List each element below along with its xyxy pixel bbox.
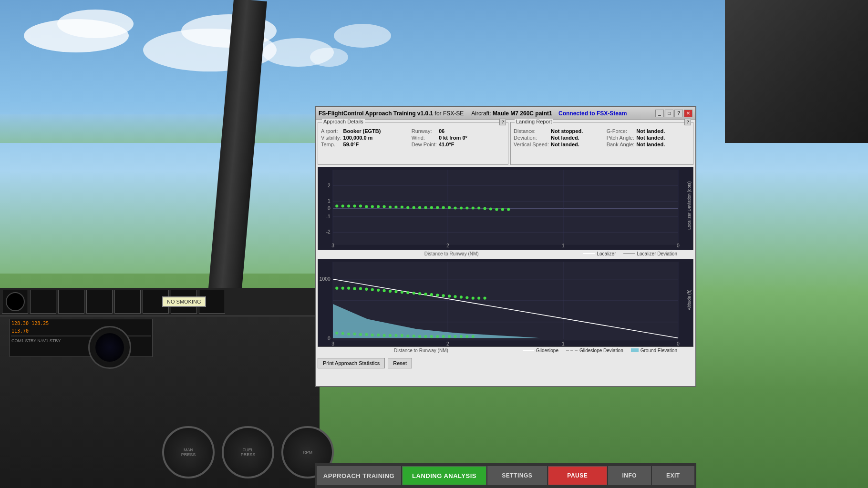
svg-point-91 <box>472 296 475 299</box>
svg-point-86 <box>442 294 445 297</box>
svg-point-35 <box>424 206 427 209</box>
reset-button[interactable]: Reset <box>388 358 412 368</box>
title-text: FS-FlightControl Approach Training v1.0.… <box>319 110 654 117</box>
svg-point-96 <box>347 333 350 336</box>
svg-point-99 <box>365 333 368 336</box>
svg-point-45 <box>483 207 486 210</box>
svg-point-40 <box>454 206 456 209</box>
svg-point-44 <box>477 206 480 209</box>
localizer-y-label: Localizer Deviation (dots) <box>687 172 692 239</box>
svg-point-80 <box>406 291 409 294</box>
svg-point-102 <box>382 334 385 337</box>
svg-point-106 <box>406 335 409 337</box>
svg-point-78 <box>394 290 397 293</box>
svg-point-101 <box>377 334 380 336</box>
svg-point-75 <box>377 289 380 292</box>
svg-point-115 <box>460 335 463 338</box>
approach-help-button[interactable]: ? <box>499 119 506 125</box>
minimize-button[interactable]: _ <box>655 110 664 117</box>
svg-point-109 <box>424 335 427 338</box>
svg-text:1000: 1000 <box>320 276 331 282</box>
exit-button[interactable]: EXIT <box>652 466 695 485</box>
svg-point-36 <box>430 206 433 209</box>
maximize-button[interactable]: □ <box>665 110 673 117</box>
localizer-legend: Localizer Localizer Deviation <box>583 251 692 256</box>
svg-point-84 <box>430 293 433 296</box>
close-button[interactable]: ✕ <box>684 110 692 117</box>
svg-text:3: 3 <box>331 341 334 346</box>
svg-point-73 <box>365 288 368 291</box>
svg-point-79 <box>401 291 403 294</box>
svg-point-77 <box>389 290 392 293</box>
svg-point-97 <box>353 333 356 336</box>
svg-text:-1: -1 <box>326 214 331 219</box>
svg-point-24 <box>359 204 362 207</box>
landing-help-button[interactable]: ? <box>684 119 691 125</box>
svg-point-89 <box>460 295 463 298</box>
svg-point-29 <box>389 205 392 208</box>
cockpit-panel: 128.30 128.25 113.70 COM1 STBY NAV1 STBY… <box>0 288 320 488</box>
svg-point-30 <box>394 205 397 208</box>
svg-point-34 <box>418 206 421 209</box>
svg-text:0: 0 <box>677 243 680 248</box>
cockpit-top-right <box>725 0 868 143</box>
svg-point-113 <box>448 335 451 338</box>
svg-point-27 <box>377 205 380 208</box>
landing-analysis-button[interactable]: LANDING ANALYSIS <box>402 466 486 485</box>
svg-point-105 <box>401 334 403 337</box>
svg-point-88 <box>454 295 456 298</box>
svg-point-23 <box>353 204 356 207</box>
approach-training-button[interactable]: APPROACH TRAINING <box>317 466 401 485</box>
svg-point-117 <box>472 335 475 338</box>
svg-point-82 <box>418 292 421 295</box>
svg-point-83 <box>424 293 427 295</box>
no-smoking-sign: NO SMOKING <box>162 296 206 307</box>
svg-text:2: 2 <box>446 243 449 248</box>
svg-point-87 <box>448 295 451 297</box>
svg-text:1: 1 <box>562 341 565 346</box>
svg-point-69 <box>341 287 344 290</box>
svg-text:1: 1 <box>328 198 331 203</box>
svg-point-100 <box>371 334 374 336</box>
svg-text:0: 0 <box>677 341 680 346</box>
svg-point-39 <box>448 206 451 209</box>
localizer-x-label: Distance to Runway (NM) <box>424 251 479 256</box>
svg-point-21 <box>341 204 344 207</box>
svg-point-22 <box>347 204 350 207</box>
svg-point-38 <box>442 206 445 209</box>
landing-report-panel: Landing Report ? Distance: Not stopped. … <box>510 122 693 165</box>
glideslope-chart: 1000 0 3 2 1 0 <box>318 259 693 347</box>
svg-point-111 <box>436 335 439 338</box>
svg-point-114 <box>454 335 456 338</box>
svg-point-90 <box>465 296 468 299</box>
svg-point-93 <box>483 296 486 299</box>
svg-point-48 <box>501 208 504 211</box>
svg-point-81 <box>413 292 415 295</box>
info-button[interactable]: INFO <box>608 466 651 485</box>
settings-button[interactable]: SETTINGS <box>487 466 547 485</box>
svg-point-46 <box>489 207 492 210</box>
svg-point-108 <box>418 335 421 338</box>
svg-text:3: 3 <box>331 243 334 248</box>
svg-point-85 <box>436 294 439 296</box>
localizer-chart: 2 1 0 -1 -2 3 2 1 0 <box>318 167 693 250</box>
svg-point-20 <box>335 204 338 207</box>
svg-text:0: 0 <box>328 206 331 211</box>
app-window: FS-FlightControl Approach Training v1.0.… <box>315 106 696 387</box>
svg-point-68 <box>335 287 338 290</box>
svg-point-32 <box>406 206 409 209</box>
print-stats-button[interactable]: Print Approach Statistics <box>318 358 385 368</box>
svg-point-94 <box>335 332 338 335</box>
pause-button[interactable]: PAUSE <box>548 466 608 485</box>
svg-point-107 <box>413 335 415 337</box>
svg-text:-2: -2 <box>326 229 331 234</box>
help-button[interactable]: ? <box>674 110 683 117</box>
svg-point-76 <box>382 289 385 292</box>
svg-point-70 <box>347 287 350 290</box>
svg-point-42 <box>465 206 468 209</box>
svg-point-31 <box>401 205 403 208</box>
svg-point-49 <box>507 208 510 211</box>
approach-details-panel: Approach Details ? Airport: Booker (EGTB… <box>318 122 508 165</box>
svg-point-92 <box>477 296 480 299</box>
svg-point-112 <box>442 335 445 338</box>
